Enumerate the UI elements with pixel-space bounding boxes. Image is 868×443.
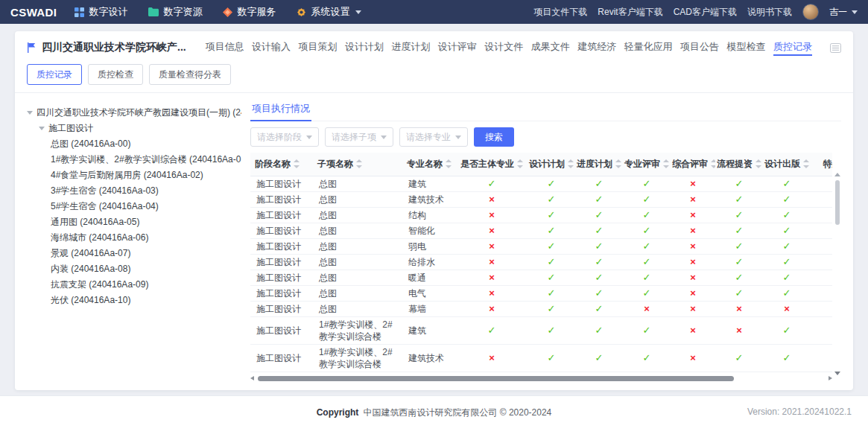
nav-links: 项目文件下载Revit客户端下载CAD客户端下载说明书下载 [533,6,792,19]
check-icon: ✓ [548,209,556,220]
cell-status: × [671,302,715,317]
sub-tabs: 质控记录质控检查质量检查得分表 [27,64,841,85]
search-button[interactable]: 搜索 [474,127,514,147]
nav-menu-label: 数字设计 [89,5,127,19]
cross-icon: × [784,303,790,314]
sort-icon[interactable] [615,159,621,168]
tab-项目公告[interactable]: 项目公告 [680,40,719,56]
sort-icon[interactable] [517,159,523,168]
tab-设计计划[interactable]: 设计计划 [345,40,384,56]
sort-icon[interactable] [568,159,574,168]
tab-模型检查[interactable]: 模型检查 [726,40,765,56]
sub-tab-质控记录[interactable]: 质控记录 [27,64,82,85]
column-header-10[interactable]: 特殊 [811,153,832,176]
tab-建筑经济[interactable]: 建筑经济 [577,40,616,56]
column-header-1[interactable]: 子项名称 [313,153,402,176]
column-header-8[interactable]: 流程提资 [715,153,763,176]
filter-select-0[interactable]: 请选择阶段 [250,127,319,147]
filter-select-1[interactable]: 请选择子项 [325,127,393,147]
nav-menu-service[interactable]: 数字服务 [223,5,276,19]
nav-menu-design[interactable]: 数字设计 [75,5,127,19]
sort-icon[interactable] [446,159,452,168]
sort-icon[interactable] [663,159,669,168]
cell-major: 智能化 [402,223,456,239]
column-header-3[interactable]: 是否主体专业 [456,153,528,176]
tab-设计文件[interactable]: 设计文件 [484,40,523,56]
column-header-0[interactable]: 阶段名称 [250,153,313,176]
sub-tab-质控检查[interactable]: 质控检查 [88,64,143,85]
tab-质控记录[interactable]: 质控记录 [773,40,812,56]
column-label: 阶段名称 [255,159,291,169]
check-icon: ✓ [548,287,556,299]
sub-tab-质量检查得分表[interactable]: 质量检查得分表 [149,64,231,85]
tree-item[interactable]: 1#教学实训楼、2#教学实训综合楼 (240416Aa-01) [27,152,241,168]
vertical-scrollbar[interactable] [834,176,841,371]
scroll-up-icon[interactable] [834,173,840,176]
tree-item[interactable]: 3#学生宿舍 (240416Aa-03) [27,183,241,199]
sort-icon[interactable] [803,159,809,168]
tree-root[interactable]: 四川交通职业技术学院环峡产教园建设项目(一期) (240416Aa) [27,105,241,121]
app-logo[interactable]: CSWADI [10,6,57,19]
scroll-left-icon[interactable] [250,376,254,380]
list-icon[interactable] [830,43,841,53]
sort-icon[interactable] [711,159,715,168]
cross-icon: × [690,352,696,363]
tab-设计输入[interactable]: 设计输入 [252,40,291,56]
download-link-1[interactable]: Revit客户端下载 [598,6,662,19]
sort-icon[interactable] [294,159,300,168]
cell-status: ✓ [528,239,575,255]
vertical-scrollbar-thumb[interactable] [835,180,840,225]
table-scroll-area[interactable]: 阶段名称子项名称专业名称是否主体专业设计计划进度计划专业评审综合评审流程提资设计… [250,153,832,372]
project-tree: 四川交通职业技术学院环峡产教园建设项目(一期) (240416Aa) 施工图设计… [27,101,241,383]
column-header-5[interactable]: 进度计划 [575,153,623,176]
cell-status: ✓ [456,176,528,192]
tree-branch[interactable]: 施工图设计 [27,121,241,136]
tree-item[interactable]: 内装 (240416Aa-08) [27,261,241,277]
tab-成果文件[interactable]: 成果文件 [531,40,570,56]
tab-设计评审[interactable]: 设计评审 [438,40,477,56]
tab-进度计划[interactable]: 进度计划 [391,40,430,56]
horizontal-scrollbar-thumb[interactable] [258,376,734,381]
tree-item[interactable]: 光伏 (240416Aa-10) [27,293,241,308]
tab-轻量化应用[interactable]: 轻量化应用 [624,40,673,56]
cell-status: ✓ [623,176,671,192]
column-header-7[interactable]: 综合评审 [671,153,715,176]
column-header-2[interactable]: 专业名称 [402,153,456,176]
nav-menu-settings[interactable]: 系统设置 [297,5,361,19]
tree-item[interactable]: 4#食堂与后勤附属用房 (240416Aa-02) [27,168,241,183]
column-header-4[interactable]: 设计计划 [528,153,575,176]
column-header-6[interactable]: 专业评审 [623,153,671,176]
scroll-right-icon[interactable] [829,376,832,380]
download-link-2[interactable]: CAD客户端下载 [674,6,737,19]
download-link-3[interactable]: 说明书下载 [747,6,792,19]
check-icon: ✓ [783,256,791,267]
tree-item[interactable]: 总图 (240416Aa-00) [27,136,241,152]
nav-menu-resource[interactable]: 数字资源 [148,5,202,19]
sort-icon[interactable] [755,159,761,168]
cell-status: ✓ [575,255,623,270]
cell-empty [811,286,832,302]
cell-sub: 总图 [313,176,402,192]
cell-status: × [456,286,528,302]
sort-icon[interactable] [356,159,362,168]
cross-icon: × [690,256,696,267]
user-avatar[interactable] [802,4,819,20]
column-header-9[interactable]: 设计出版 [763,153,811,176]
tab-项目信息[interactable]: 项目信息 [206,40,244,56]
tree-item[interactable]: 5#学生宿舍 (240416Aa-04) [27,199,241,214]
cell-sub: 总图 [313,286,402,302]
scroll-down-icon[interactable] [834,372,840,375]
tab-project-execution[interactable]: 项目执行情况 [250,101,311,121]
cell-status: ✓ [623,286,671,302]
tree-item[interactable]: 抗震支架 (240416Aa-09) [27,277,241,293]
user-menu[interactable]: 吉一 [829,6,858,19]
tab-项目策划[interactable]: 项目策划 [299,40,338,56]
horizontal-scrollbar[interactable] [250,375,831,383]
filter-select-2[interactable]: 请选择专业 [399,127,468,147]
download-link-0[interactable]: 项目文件下载 [533,6,587,19]
tree-item[interactable]: 海绵城市 (240416Aa-06) [27,230,241,246]
check-icon: ✓ [595,178,604,189]
tree-item[interactable]: 景观 (240416Aa-07) [27,246,241,261]
tree-item[interactable]: 通用图 (240416Aa-05) [27,214,241,230]
table-row: 施工图设计总图幕墙×✓✓×××× [250,302,832,317]
